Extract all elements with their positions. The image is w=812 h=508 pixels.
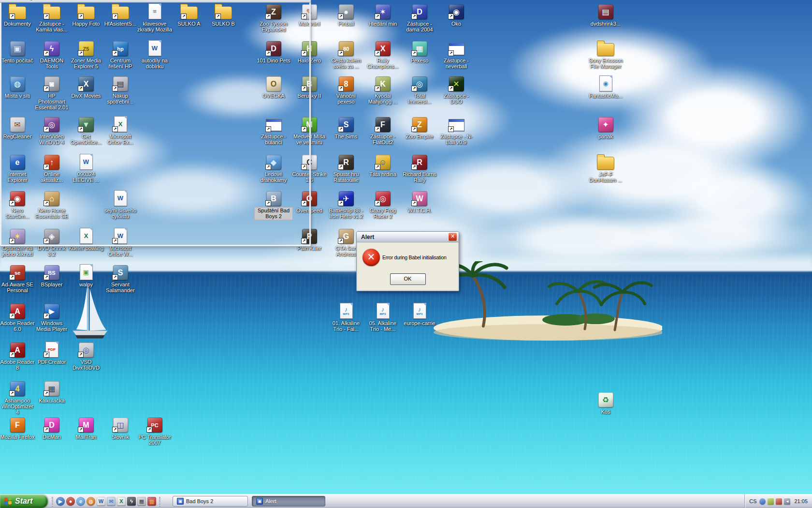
outlook-express-icon[interactable]: ✉ xyxy=(107,497,116,506)
desktop-icon-total-immersi[interactable]: ◎↗Total Immersi... xyxy=(401,74,438,105)
desktop-icon-richard-burns-rally[interactable]: R↗Richard Burns Rally xyxy=(401,152,438,183)
desktop-icon-hledani-min[interactable]: ✶↗Hledání min xyxy=(364,2,402,27)
desktop-icon-sony-ericsson-file-manager[interactable]: Sony Ericsson File Manager xyxy=(587,39,624,70)
window-bad-boys-2[interactable]: Bad Boys 2 xyxy=(0,2,311,246)
desktop-icon-label: Servant Salamander xyxy=(102,282,139,294)
desktop-icon-label: walpy xyxy=(78,282,94,288)
desktop-icon-windows-media-player[interactable]: ▶↗Windows Media Player xyxy=(33,301,71,332)
sony-ericsson-file-manager-icon xyxy=(596,39,615,56)
desktop-icon-servant-salamander[interactable]: S↗Servant Salamander xyxy=(102,263,139,294)
network-status-icon[interactable] xyxy=(759,498,766,505)
desktop-icon-battleship-88-iron-hero-v1-2[interactable]: ✈↗Battleship 88 - Iron Hero v1.2 xyxy=(327,189,365,220)
internet-explorer-icon[interactable]: e xyxy=(76,497,85,506)
pinball-icon: ●↗ xyxy=(336,2,356,19)
jef-f-dunhaaam-icon xyxy=(596,152,615,170)
desktop-icon-zoo-empire[interactable]: Z↗Zoo Empire xyxy=(401,115,438,140)
desktop-icon-mailtran[interactable]: M↗MailTran xyxy=(67,415,105,440)
shortcut-arrow-icon: ↗ xyxy=(78,427,84,433)
volume-icon[interactable]: ◄ xyxy=(784,498,790,505)
shortcut-arrow-icon: ↗ xyxy=(9,274,15,280)
daemon-tools-icon[interactable]: ϟ xyxy=(127,497,136,506)
windows-logo-icon xyxy=(4,497,12,506)
desktop-icon-europe-carrie[interactable]: ♪MP3europe-carrie xyxy=(401,301,438,327)
desktop-icon-kos[interactable]: ♻Koš xyxy=(587,390,624,415)
toolbar-drag-handle[interactable] xyxy=(159,496,160,507)
desktop-icon-01-alkaline-trio-fal[interactable]: ♪MP301. Alkaline Trio - Fal... xyxy=(327,301,365,332)
alert-dialog-titlebar[interactable]: Alert ✕ xyxy=(357,232,459,242)
desktop-icon-the-sims[interactable]: S↗The Sims xyxy=(327,115,365,140)
desktop-icon-spustit-hru-ratatouille[interactable]: R↗Spustit hru Ratatouille xyxy=(327,152,365,183)
desktop-icon-mozilla-firefox[interactable]: FMozilla Firefox xyxy=(0,415,36,440)
desktop-icon-rally-champions[interactable]: X↗Rally Champions... xyxy=(364,39,402,70)
word-icon[interactable]: W xyxy=(97,497,105,506)
mozilla-firefox-icon: F xyxy=(8,415,27,433)
fantasticma-icon: ◉ xyxy=(596,74,615,91)
desktop-icon-dicman[interactable]: D↗DicMan xyxy=(33,415,71,440)
kalkulacka-icon: ▦↗ xyxy=(42,379,61,396)
desktop-icon-walpy[interactable]: ▣walpy xyxy=(67,263,105,288)
desktop-icon-dvdshrink3[interactable]: ▤dvdshrink3... xyxy=(587,2,624,27)
desktop-icon-label: Slovník xyxy=(111,434,130,440)
desktop-icon-fantasticma[interactable]: ◉FantasticMa... xyxy=(587,74,624,99)
taskbar-button-bad-boys-2[interactable]: ▣ Bad Boys 2 xyxy=(173,496,248,507)
desktop-icon-panak[interactable]: ✦panak xyxy=(587,115,624,140)
desktop-icon-adobe-reader-8[interactable]: A↗Adobe Reader 8 xyxy=(0,340,36,371)
taskbar-button-alert[interactable]: ▣ Alert xyxy=(252,496,325,507)
shortcut-arrow-icon: ↗ xyxy=(411,126,417,132)
desktop-icon-pdfcreator[interactable]: PDF↗PDFCreator xyxy=(33,340,71,365)
shortcut-arrow-icon: ↗ xyxy=(411,14,417,19)
desktop-icon-pinball[interactable]: ●↗Pinball xyxy=(327,2,365,27)
desktop-icon-zastupce-n-ball-v0-9[interactable]: ↗Zástupce - N-Ball v0.9 xyxy=(437,115,475,146)
desktop-icon-vanocni-pexeso[interactable]: 8↗Vánoční pexeso xyxy=(327,74,365,105)
desktop-icon-label: Hledání min xyxy=(368,21,398,27)
pc-translator-2007-icon: PC↗ xyxy=(145,415,164,433)
firefox-icon[interactable]: ◍ xyxy=(87,497,95,506)
excel-icon[interactable]: X xyxy=(117,497,126,506)
desktop-icon-vso-divxtodvd[interactable]: ◎↗VSO DivxToDVD xyxy=(67,340,105,371)
input-language-indicator[interactable]: CS xyxy=(749,498,756,504)
desktop-icon-05-alkaline-trio-me[interactable]: ♪MP305. Alkaline Trio - Me... xyxy=(364,301,402,332)
zastupce-n-ball-v0-9-icon: ↗ xyxy=(447,115,466,132)
slovnik-icon: ◫↗ xyxy=(111,415,130,433)
desktop-icon-crazy-frog-racer-2[interactable]: ◎↗Crazy Frog Racer 2 xyxy=(364,189,402,220)
desktop-icon-pc-translator-2007[interactable]: PC↗PC Translator 2007 xyxy=(136,415,174,446)
desktop-icon-cesta-kolem-sveta-za[interactable]: 80↗Cesta kolem světa za ... xyxy=(327,39,365,70)
windows-media-player-icon: ▶↗ xyxy=(42,301,61,319)
windows-media-player-icon[interactable]: ▶ xyxy=(56,497,65,506)
desktop-icon-label: Zástupce - FlatOut2 xyxy=(364,134,402,146)
desktop-icon-label: Windows Media Player xyxy=(33,320,71,332)
desktop-icon-pexeso[interactable]: ▦↗Pexeso xyxy=(401,39,438,64)
messenger-icon[interactable] xyxy=(776,498,782,505)
desktop-icon-zastupce-neverball[interactable]: ↗Zástupce - neverball xyxy=(437,39,475,70)
desktop-icon-adobe-reader-6-0[interactable]: A↗Adobe Reader 6.0 xyxy=(0,301,36,332)
desktop-icon-oko[interactable]: ◉↗Oko xyxy=(437,2,475,27)
taskbar-clock[interactable]: 21:05 xyxy=(794,498,808,504)
hledani-min-icon: ✶↗ xyxy=(373,2,392,19)
desktop-icon-kyodai-mahjongg[interactable]: K↗Kyodai Mahjongg ... xyxy=(364,74,402,105)
desktop-icon-zastupce-duo[interactable]: ✕↗Zástupce - DUO xyxy=(437,74,475,105)
start-button[interactable]: Start xyxy=(0,494,48,508)
desktop-icon-label: Cesta kolem světa za ... xyxy=(327,58,365,70)
desktop-icon-tata-hrdina[interactable]: ☺↗Táta hrdina xyxy=(364,152,402,178)
flag-square xyxy=(4,501,8,505)
desktop-icon-zastupce-flatout2[interactable]: F↗Zástupce - FlatOut2 xyxy=(364,115,402,146)
desktop-icon-w-i-t-c-h[interactable]: W↗W.I.T.C.H. xyxy=(401,189,438,214)
nero-icon[interactable]: ● xyxy=(66,497,75,506)
pc-translator-icon[interactable]: ▥ xyxy=(147,497,156,506)
w-i-t-c-h-icon: W↗ xyxy=(410,189,429,206)
error-icon: ✕ xyxy=(362,249,380,266)
desktop-icon-kalkulacka[interactable]: ▦↗Kalkulačka xyxy=(33,379,71,404)
update-shield-icon[interactable] xyxy=(768,498,774,505)
desktop-icon-zastupce-dama-2004[interactable]: D↗Zástupce - dama 2004 xyxy=(401,2,438,33)
desktop-icon-label: DicMan xyxy=(42,434,61,440)
close-icon[interactable]: ✕ xyxy=(448,232,457,241)
desktop-icon-bsplayer[interactable]: BS↗BSplayer xyxy=(33,263,71,288)
desktop-icon-slovnik[interactable]: ◫↗Slovník xyxy=(102,415,139,440)
desktop-icon-ad-aware-se-personal[interactable]: se↗Ad-Aware SE Personal xyxy=(0,263,36,294)
desktop-icon-ashampoo-winoptimizer-4[interactable]: 4↗Ashampoo WinOptimizer 4 xyxy=(0,379,36,416)
ok-button[interactable]: OK xyxy=(390,273,426,285)
desktop-icon-jef-f-dunhaaam[interactable]: JeF-F DunHaaam ... xyxy=(587,152,624,183)
calculator-icon[interactable]: ▦ xyxy=(137,497,146,506)
window-titlebar[interactable]: Bad Boys 2 xyxy=(0,0,311,2)
toolbar-drag-handle[interactable] xyxy=(52,496,53,507)
